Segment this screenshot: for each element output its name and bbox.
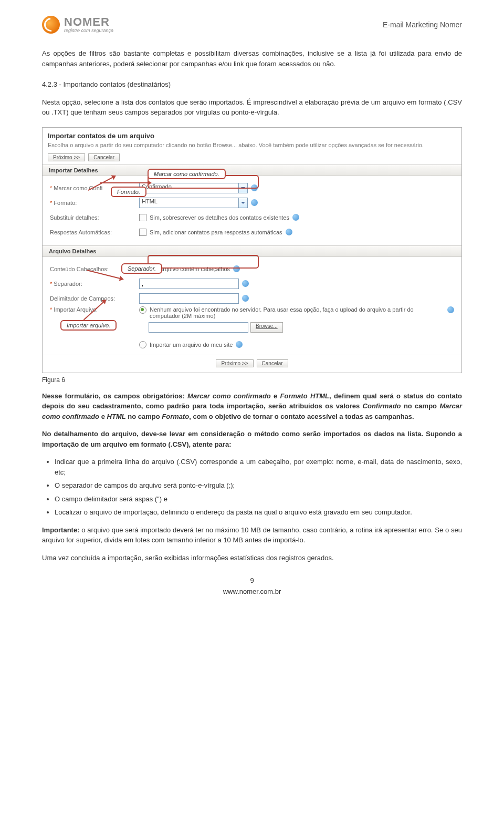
input-file-path[interactable] bbox=[149, 322, 248, 333]
label-separador: * Separador: bbox=[50, 281, 139, 287]
select-formato[interactable]: HTML bbox=[139, 198, 239, 208]
radio-upload-label: Nenhum arquivo foi encontrado no servido… bbox=[150, 306, 444, 319]
ss-desc: Escolha o arquivo a partir do seu comput… bbox=[43, 142, 461, 153]
input-delimitador[interactable] bbox=[139, 293, 239, 304]
paragraph-file-detail: No detalhamento do arquivo, deve-se leva… bbox=[42, 429, 462, 449]
paragraph-importing: Nesta opção, selecione a lista dos conta… bbox=[42, 97, 462, 118]
radio-import-site-label: Importar um arquivo do meu site bbox=[150, 342, 233, 348]
checkbox-substituir[interactable] bbox=[139, 214, 146, 221]
checkbox-subst-label: Sim, sobrescrever os detalhes dos contat… bbox=[150, 214, 289, 221]
bullet-list: Indicar que a primeira linha do arquivo … bbox=[55, 457, 462, 518]
ss-title: Importar contatos de um arquivo bbox=[43, 128, 461, 142]
paragraph-conclusion: Uma vez concluída a importação, serão ex… bbox=[42, 553, 462, 563]
callout-separador: Separador. bbox=[121, 263, 162, 274]
bullet-item: Localizar o arquivo de importação, defin… bbox=[55, 507, 462, 518]
bullet-item: O campo delimitador será aspas (") e bbox=[55, 494, 462, 504]
callout-importar-arquivo: Importar arquivo. bbox=[60, 320, 117, 331]
section-importar-detalhes: Importar Detalhes bbox=[43, 164, 461, 176]
checkbox-resp-label: Sim, adicionar contatos para respostas a… bbox=[150, 229, 282, 235]
document-header: NOMER registre com segurança E-mail Mark… bbox=[42, 16, 462, 34]
arrow-line bbox=[100, 182, 148, 183]
paragraph-important: Importante: o arquivo que será importado… bbox=[42, 525, 462, 545]
help-icon[interactable] bbox=[242, 280, 249, 287]
cancel-button-top[interactable]: Cancelar bbox=[88, 153, 120, 161]
chevron-down-icon[interactable] bbox=[239, 198, 248, 208]
highlight-cabecalhos bbox=[148, 255, 259, 269]
help-icon[interactable] bbox=[447, 306, 454, 313]
label-substituir: Substituir detalhes: bbox=[50, 214, 139, 221]
doc-title: E-mail Marketing Nomer bbox=[383, 20, 462, 29]
bullet-item: O separador de campos do arquivo será po… bbox=[55, 480, 462, 491]
input-separador[interactable] bbox=[139, 279, 239, 289]
import-contacts-screenshot: Importar contatos de um arquivo Escolha … bbox=[42, 127, 462, 373]
help-icon[interactable] bbox=[286, 229, 292, 235]
callout-formato: Formato. bbox=[111, 187, 146, 197]
next-button-top[interactable]: Próximo >> bbox=[48, 153, 85, 161]
paragraph-intro: As opções de filtros são bastante comple… bbox=[42, 48, 462, 69]
radio-upload-computer[interactable] bbox=[139, 306, 146, 314]
label-formato: * Formato: bbox=[50, 200, 139, 206]
browse-button[interactable]: Browse... bbox=[250, 322, 283, 333]
logo-swirl-icon bbox=[42, 16, 60, 34]
checkbox-respostas[interactable] bbox=[139, 229, 146, 236]
figure-label: Figura 6 bbox=[42, 376, 462, 384]
logo-tagline: registre com segurança bbox=[64, 28, 113, 33]
callout-marcar-confirmado: Marcar como confirmado. bbox=[148, 169, 226, 179]
label-delimitador: Delimitador de Campoos: bbox=[50, 295, 139, 302]
section-heading: 4.2.3 - Importando contatos (destinatári… bbox=[42, 79, 462, 90]
next-button-bottom[interactable]: Próximo >> bbox=[216, 359, 253, 367]
radio-import-site[interactable] bbox=[139, 341, 146, 348]
logo-name: NOMER bbox=[64, 16, 113, 28]
page-number: 9 bbox=[42, 576, 462, 584]
logo: NOMER registre com segurança bbox=[42, 16, 113, 34]
footer-url: www.nomer.com.br bbox=[42, 588, 462, 595]
help-icon[interactable] bbox=[242, 295, 249, 302]
help-icon[interactable] bbox=[236, 341, 243, 348]
paragraph-form-fields: Nesse formulário, os campos obrigatórios… bbox=[42, 391, 462, 422]
cancel-button-bottom[interactable]: Cancelar bbox=[257, 359, 288, 367]
label-respostas: Respostas Automáticas: bbox=[50, 229, 139, 235]
bullet-item: Indicar que a primeira linha do arquivo … bbox=[55, 457, 462, 477]
help-icon[interactable] bbox=[292, 214, 299, 221]
help-icon[interactable] bbox=[251, 199, 258, 206]
